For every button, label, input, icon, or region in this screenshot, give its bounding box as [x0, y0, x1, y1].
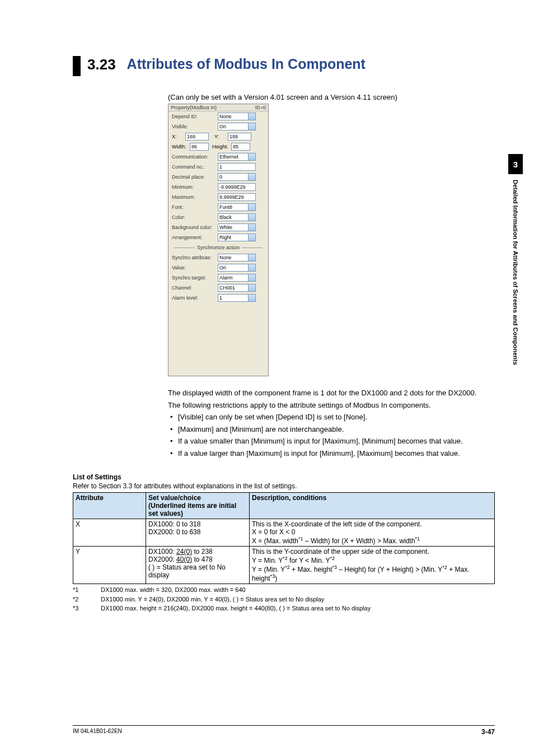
section-number: 3.23: [87, 56, 116, 73]
syncattr-select[interactable]: None: [218, 254, 256, 262]
footnote-text: DX1000 max. width = 320, DX2000 max. wid…: [101, 585, 246, 595]
sync-divider: Synchronize action: [168, 242, 268, 253]
chevron-down-icon: [251, 276, 254, 278]
maximum-input[interactable]: 9.9999E29: [218, 193, 256, 201]
cell-desc: This is the Y-coordinate of the upper si…: [250, 547, 495, 584]
footnote-text: DX1000 max. height = 216(240), DX2000 ma…: [101, 604, 371, 613]
title-accent-bar: [73, 56, 81, 76]
chapter-number-badge: 3: [508, 154, 523, 174]
depend-id-select[interactable]: None: [218, 113, 256, 120]
restrictions-list: [Visible] can only be set when [Depend I…: [168, 412, 495, 459]
visible-select[interactable]: On: [218, 123, 256, 130]
font-select[interactable]: Font8: [218, 203, 256, 211]
table-row: X DX1000: 0 to 318 DX2000: 0 to 638 This…: [73, 519, 495, 547]
chevron-down-icon: [251, 266, 254, 268]
synctarget-label: Synchro target:: [172, 275, 218, 281]
decimalplace-label: Decimal place:: [172, 174, 218, 180]
table-row: Y DX1000: 24(0) to 238 DX2000: 40(0) to …: [73, 547, 495, 584]
cell-val: DX1000: 24(0) to 238 DX2000: 40(0) to 47…: [146, 547, 250, 584]
chevron-down-icon: [251, 236, 254, 238]
body-p2: The following restrictions apply to the …: [168, 400, 495, 411]
chevron-down-icon: [251, 226, 254, 228]
chapter-label: Detailed Information for Attributes of S…: [512, 180, 519, 365]
value-label: Value:: [172, 265, 218, 270]
footnotes: *1DX1000 max. width = 320, DX2000 max. w…: [73, 585, 495, 613]
width-label: Width:: [172, 144, 190, 150]
page-footer: IM 04L41B01-62EN 3-47: [73, 725, 495, 736]
channel-select[interactable]: CH001: [218, 284, 256, 292]
section-title: Attributes of Modbus In Component: [127, 56, 366, 72]
syncattr-label: Synchro attribute:: [172, 255, 218, 260]
list-item: If a value smaller than [Minimum] is inp…: [168, 436, 495, 447]
height-label: Height:: [212, 144, 231, 150]
decimalplace-select[interactable]: 0: [218, 173, 256, 181]
list-of-settings-heading: List of Settings: [73, 473, 495, 481]
chevron-down-icon: [251, 155, 254, 157]
footnote-text: DX1000 min. Y = 24(0), DX2000 min. Y = 4…: [101, 595, 324, 604]
chevron-down-icon: [251, 296, 254, 298]
bgcolor-select[interactable]: White: [218, 223, 256, 231]
list-of-settings-sub: Refer to Section 3.3 for attributes with…: [73, 482, 495, 490]
font-label: Font:: [172, 204, 218, 210]
communication-select[interactable]: Ethernet: [218, 153, 256, 161]
y-input[interactable]: 189: [228, 133, 251, 141]
cell-attr: X: [73, 519, 146, 547]
settings-table: Attribute Set value/choice (Underlined i…: [73, 492, 495, 584]
section-title-block: 3.23 Attributes of Modbus In Component: [73, 56, 495, 76]
th-attribute: Attribute: [73, 493, 146, 519]
footnote-key: *2: [73, 595, 101, 604]
chevron-down-icon: [251, 115, 254, 117]
synctarget-select[interactable]: Alarm: [218, 274, 256, 282]
chevron-down-icon: [251, 216, 254, 218]
bgcolor-label: Background color:: [172, 225, 218, 230]
minimum-label: Minimum:: [172, 184, 218, 190]
minimum-input[interactable]: -9.9999E29: [218, 183, 256, 191]
cell-attr: Y: [73, 547, 146, 584]
arrangement-select[interactable]: Right: [218, 234, 256, 241]
color-label: Color:: [172, 214, 218, 220]
property-panel: Property(Modbus In) ID=0 Depend ID: None…: [168, 104, 269, 376]
arrangement-label: Arrangement:: [172, 235, 218, 240]
page-number: 3-47: [481, 728, 495, 736]
body-text: The displayed width of the component fra…: [168, 388, 495, 410]
color-select[interactable]: Black: [218, 213, 256, 221]
y-label: Y:: [214, 134, 228, 139]
version-note: (Can only be set with a Version 4.01 scr…: [168, 93, 495, 101]
panel-id: ID=0: [255, 105, 266, 110]
th-value: Set value/choice (Underlined items are i…: [146, 493, 250, 519]
chevron-down-icon: [251, 125, 254, 127]
list-item: If a value larger than [Maximum] is inpu…: [168, 448, 495, 459]
alarmlevel-label: Alarm level:: [172, 295, 218, 301]
th-description: Description, conditions: [250, 493, 495, 519]
commandno-input[interactable]: 1: [218, 163, 256, 171]
footnote-key: *3: [73, 604, 101, 613]
cell-val: DX1000: 0 to 318 DX2000: 0 to 638: [146, 519, 250, 547]
commandno-label: Command no.:: [172, 164, 218, 170]
visible-label: Visible:: [172, 124, 218, 129]
depend-id-label: Depend ID:: [172, 114, 218, 119]
chevron-down-icon: [251, 206, 254, 208]
alarmlevel-select[interactable]: 1: [218, 294, 256, 302]
footnote-key: *1: [73, 585, 101, 595]
chevron-down-icon: [251, 175, 254, 178]
list-item: [Visible] can only be set when [Depend I…: [168, 412, 495, 423]
x-label: X:: [172, 134, 185, 139]
body-p1: The displayed width of the component fra…: [168, 388, 495, 399]
value-select[interactable]: On: [218, 264, 256, 272]
width-input[interactable]: 86: [190, 143, 209, 151]
side-tab: 3 Detailed Information for Attributes of…: [508, 154, 523, 365]
panel-title: Property(Modbus In): [171, 105, 217, 110]
maximum-label: Maximum:: [172, 194, 218, 200]
cell-desc: This is the X-coordinate of the left sid…: [250, 519, 495, 547]
x-input[interactable]: 169: [185, 133, 209, 141]
list-item: [Maximum] and [Minimum] are not intercha…: [168, 424, 495, 435]
height-input[interactable]: 85: [231, 143, 250, 151]
channel-label: Channel:: [172, 285, 218, 291]
chevron-down-icon: [251, 286, 254, 288]
doc-id: IM 04L41B01-62EN: [73, 728, 122, 736]
property-panel-titlebar: Property(Modbus In) ID=0: [168, 104, 268, 111]
chevron-down-icon: [251, 256, 254, 258]
communication-label: Communication:: [172, 154, 218, 160]
